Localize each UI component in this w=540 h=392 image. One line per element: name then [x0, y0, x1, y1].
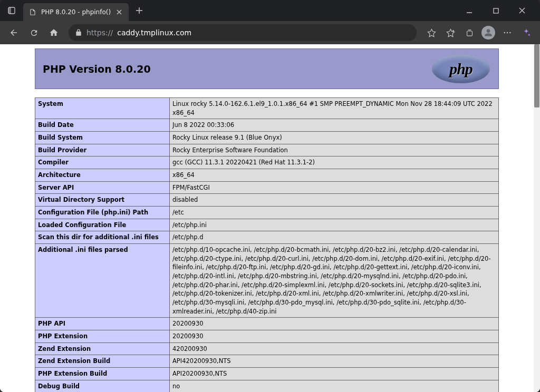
row-value: /etc/php.ini — [170, 219, 499, 231]
browser-toolbar: https://caddy.tmplinux.com — [0, 21, 540, 44]
browser-tabbar: PHP 8.0.20 - phpinfo() — [0, 0, 540, 21]
table-row: PHP API20200930 — [35, 318, 499, 330]
svg-point-4 — [504, 32, 505, 33]
row-value: /etc — [170, 207, 499, 219]
row-label: Scan this dir for additional .ini files — [35, 231, 170, 244]
table-row: PHP Extension BuildAPI20200930,NTS — [35, 368, 499, 380]
row-label: Zend Extension — [35, 342, 170, 355]
table-row: Loaded Configuration File/etc/php.ini — [35, 219, 499, 231]
row-value: Linux rocky 5.14.0-162.6.1.el9_1.0.1.x86… — [170, 98, 499, 119]
more-button[interactable] — [499, 24, 516, 41]
row-label: Server API — [35, 181, 170, 194]
scrollbar-track[interactable] — [534, 44, 540, 392]
row-label: Debug Build — [35, 380, 170, 392]
row-label: PHP API — [35, 318, 170, 330]
phpinfo-header: PHP Version 8.0.20 php — [35, 48, 499, 89]
row-label: Build System — [35, 132, 170, 144]
table-row: Configuration File (php.ini) Path/etc — [35, 207, 499, 219]
row-value: /etc/php.d/10-opcache.ini, /etc/php.d/20… — [170, 244, 499, 318]
window-minimize-button[interactable] — [461, 2, 478, 19]
tab-actions-button[interactable] — [4, 3, 19, 18]
window-maximize-button[interactable] — [487, 2, 504, 19]
row-label: PHP Extension — [35, 330, 170, 343]
table-row: Server APIFPM/FastCGI — [35, 181, 499, 194]
scrollbar-thumb[interactable] — [534, 44, 539, 107]
row-label: Architecture — [35, 169, 170, 182]
php-logo-text: php — [449, 60, 472, 78]
svg-rect-2 — [494, 8, 498, 13]
row-label: System — [35, 98, 170, 119]
row-value: /etc/php.d — [170, 231, 499, 244]
row-label: Build Provider — [35, 144, 170, 156]
tracking-prevention-button[interactable] — [423, 24, 440, 41]
row-value: Rocky Linux release 9.1 (Blue Onyx) — [170, 132, 499, 144]
favorites-button[interactable] — [442, 24, 459, 41]
row-value: API420200930,NTS — [170, 355, 499, 368]
row-value: gcc (GCC) 11.3.1 20220421 (Red Hat 11.3.… — [170, 156, 499, 169]
tab-close-button[interactable] — [115, 8, 123, 16]
table-row: Zend Extension BuildAPI420200930,NTS — [35, 355, 499, 368]
row-label: Configuration File (php.ini) Path — [35, 207, 170, 219]
copilot-button[interactable] — [518, 24, 535, 41]
row-label: Compiler — [35, 156, 170, 169]
table-row: Build ProviderRocky Enterprise Software … — [35, 144, 499, 156]
row-value: FPM/FastCGI — [170, 181, 499, 194]
phpinfo-table: SystemLinux rocky 5.14.0-162.6.1.el9_1.0… — [35, 97, 499, 392]
refresh-button[interactable] — [25, 24, 42, 41]
row-value: API20200930,NTS — [170, 368, 499, 380]
table-row: Zend Extension420200930 — [35, 342, 499, 355]
row-value: Jun 8 2022 00:33:06 — [170, 119, 499, 132]
row-value: Rocky Enterprise Software Foundation — [170, 144, 499, 156]
row-label: Virtual Directory Support — [35, 194, 170, 207]
row-label: Additional .ini files parsed — [35, 244, 170, 318]
svg-rect-1 — [8, 7, 11, 14]
row-value: disabled — [170, 194, 499, 207]
svg-point-5 — [507, 32, 508, 33]
lock-icon — [75, 29, 82, 36]
new-tab-button[interactable] — [132, 3, 147, 18]
table-row: Debug Buildno — [35, 380, 499, 392]
table-row: PHP Extension20200930 — [35, 330, 499, 343]
row-label: Zend Extension Build — [35, 355, 170, 368]
page-title: PHP Version 8.0.20 — [43, 63, 151, 75]
avatar-icon — [481, 26, 495, 40]
table-row: Build DateJun 8 2022 00:33:06 — [35, 119, 499, 132]
svg-rect-3 — [467, 31, 472, 35]
url-host: caddy.tmplinux.com — [117, 28, 191, 37]
table-row: Scan this dir for additional .ini files/… — [35, 231, 499, 244]
svg-point-6 — [509, 32, 510, 33]
collections-button[interactable] — [461, 24, 478, 41]
window-close-button[interactable] — [514, 2, 531, 19]
php-logo: php — [432, 54, 490, 83]
page-icon — [28, 8, 37, 16]
table-row: Additional .ini files parsed/etc/php.d/1… — [35, 244, 499, 318]
profile-button[interactable] — [480, 24, 497, 41]
table-row: SystemLinux rocky 5.14.0-162.6.1.el9_1.0… — [35, 98, 499, 119]
table-row: Build SystemRocky Linux release 9.1 (Blu… — [35, 132, 499, 144]
address-bar[interactable]: https://caddy.tmplinux.com — [69, 24, 417, 41]
back-button[interactable] — [5, 24, 22, 41]
tab-title: PHP 8.0.20 - phpinfo() — [41, 8, 111, 16]
table-row: Architecturex86_64 — [35, 169, 499, 182]
browser-tab[interactable]: PHP 8.0.20 - phpinfo() — [23, 3, 129, 21]
row-value: 20200930 — [170, 330, 499, 343]
row-label: Loaded Configuration File — [35, 219, 170, 231]
row-value: no — [170, 380, 499, 392]
row-value: 20200930 — [170, 318, 499, 330]
page-viewport[interactable]: PHP Version 8.0.20 php SystemLinux rocky… — [0, 44, 534, 392]
home-button[interactable] — [45, 24, 62, 41]
row-value: x86_64 — [170, 169, 499, 182]
table-row: Virtual Directory Supportdisabled — [35, 194, 499, 207]
row-label: PHP Extension Build — [35, 368, 170, 380]
row-label: Build Date — [35, 119, 170, 132]
table-row: Compilergcc (GCC) 11.3.1 20220421 (Red H… — [35, 156, 499, 169]
url-scheme: https:// — [86, 28, 113, 37]
row-value: 420200930 — [170, 342, 499, 355]
